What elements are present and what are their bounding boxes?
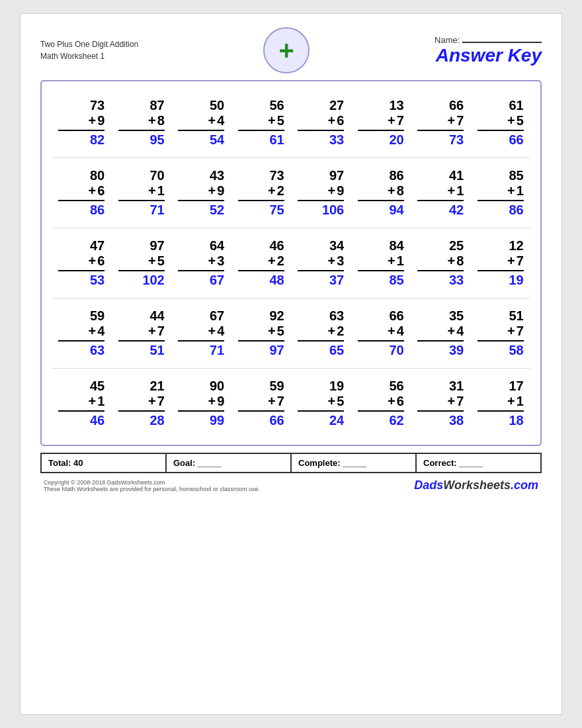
problem-2-6: 86 8 94 — [358, 168, 404, 218]
problem-3-4: 46 2 48 — [238, 238, 284, 288]
top-num: 61 — [509, 98, 524, 113]
title-line1: Two Plus One Digit Addition — [40, 38, 138, 50]
top-num: 31 — [449, 379, 464, 394]
answer: 71 — [150, 203, 165, 218]
top-num: 41 — [449, 168, 464, 183]
total-value: 40 — [73, 458, 83, 468]
goal-value: _____ — [198, 458, 222, 468]
top-num: 51 — [509, 308, 524, 324]
goal-cell: Goal: _____ — [167, 454, 292, 472]
problem-4-6: 66 4 70 — [358, 308, 404, 358]
problem-3-7: 25 8 33 — [417, 238, 464, 288]
add-num: 3 — [178, 253, 224, 269]
add-num: 4 — [178, 113, 224, 128]
problem-row-5: 45 1 46 21 7 28 90 9 99 59 7 66 19 — [52, 379, 530, 428]
problem-3-1: 47 6 53 — [58, 238, 104, 288]
top-num: 92 — [270, 308, 284, 324]
title-line2: Math Worksheet 1 — [40, 50, 138, 62]
problem-1-2: 87 8 95 — [118, 98, 165, 148]
add-num: 7 — [118, 324, 165, 339]
top-num: 44 — [150, 308, 165, 324]
top-num: 56 — [390, 379, 404, 394]
problem-3-2: 97 5 102 — [118, 238, 165, 288]
answer: 86 — [509, 203, 524, 218]
answer-line — [417, 410, 464, 412]
complete-value: _____ — [343, 458, 366, 468]
add-num: 7 — [478, 253, 524, 269]
add-num: 5 — [298, 394, 344, 409]
answer-line — [178, 130, 224, 131]
answer: 48 — [270, 273, 284, 288]
problem-2-2: 70 1 71 — [118, 168, 165, 218]
problem-5-8: 17 1 18 — [478, 379, 524, 428]
answer: 39 — [449, 343, 464, 358]
answer-line — [238, 270, 284, 271]
problem-3-6: 84 1 85 — [358, 238, 404, 288]
add-num: 4 — [178, 324, 224, 339]
correct-value: _____ — [459, 458, 483, 468]
top-num: 97 — [150, 238, 165, 253]
answer-line — [298, 410, 344, 412]
top-num: 66 — [390, 308, 404, 324]
total-cell: Total: 40 — [42, 454, 167, 472]
answer-line — [358, 340, 404, 341]
add-num: 7 — [417, 394, 464, 409]
problem-4-1: 59 4 63 — [58, 308, 104, 358]
answer-line — [238, 410, 284, 412]
answer: 53 — [90, 273, 104, 288]
add-num: 6 — [358, 394, 404, 409]
brand-dads: Dads — [414, 478, 443, 492]
add-num: 2 — [298, 324, 344, 339]
answer: 28 — [150, 413, 165, 428]
problem-5-4: 59 7 66 — [238, 379, 284, 428]
answer-key-label: Answer Key — [435, 45, 542, 66]
total-label: Total: — [48, 458, 71, 468]
add-num: 4 — [358, 324, 404, 339]
top-num: 17 — [509, 379, 524, 394]
answer-line — [118, 410, 165, 412]
problem-2-1: 80 6 86 — [58, 168, 104, 218]
answer-line — [58, 270, 104, 271]
add-num: 7 — [118, 394, 165, 409]
top-num: 87 — [150, 98, 165, 113]
top-num: 34 — [329, 238, 344, 253]
add-num: 9 — [178, 394, 224, 409]
answer-line — [118, 200, 165, 201]
problem-row-1: 73 9 82 87 8 95 50 4 54 56 5 61 27 — [52, 98, 530, 148]
add-num: 5 — [118, 253, 165, 269]
answer-line — [298, 130, 344, 131]
answer-line — [178, 410, 224, 412]
answer: 71 — [210, 343, 224, 358]
top-num: 56 — [270, 98, 284, 113]
answer-line — [58, 200, 104, 201]
top-num: 50 — [210, 98, 224, 113]
top-num: 19 — [329, 379, 344, 394]
answer: 18 — [509, 413, 524, 428]
add-num: 7 — [417, 113, 464, 128]
top-num: 45 — [90, 379, 104, 394]
top-num: 25 — [449, 238, 464, 253]
answer: 52 — [210, 203, 224, 218]
add-num: 2 — [238, 253, 284, 269]
add-num: 9 — [178, 183, 224, 199]
answer: 97 — [270, 343, 284, 358]
answer: 38 — [449, 413, 464, 428]
answer: 102 — [142, 273, 164, 288]
answer: 20 — [390, 132, 404, 148]
answer: 46 — [90, 413, 104, 428]
answer: 33 — [449, 273, 464, 288]
top-num: 80 — [90, 168, 104, 183]
top-num: 46 — [270, 238, 284, 253]
answer-line — [478, 200, 524, 201]
add-num: 6 — [58, 253, 104, 269]
copyright-area: Copyright © 2008-2018 DadsWorksheets.com… — [40, 478, 542, 492]
top-num: 21 — [150, 379, 165, 394]
add-num: 7 — [358, 113, 404, 128]
answer-line — [118, 130, 165, 131]
answer-line — [358, 410, 404, 412]
problem-2-3: 43 9 52 — [178, 168, 224, 218]
answer-line — [118, 270, 165, 271]
problem-1-1: 73 9 82 — [58, 98, 104, 148]
add-num: 7 — [478, 324, 524, 339]
answer-line — [417, 340, 464, 341]
